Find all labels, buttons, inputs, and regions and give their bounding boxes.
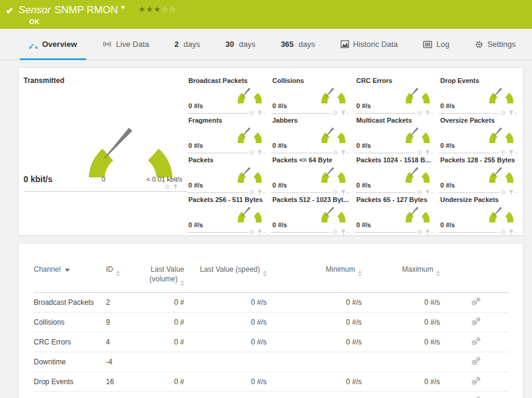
channel-edit-gears-icon[interactable] xyxy=(471,396,481,398)
channel-settings-gear-icon[interactable] xyxy=(249,110,255,116)
pin-icon[interactable] xyxy=(341,189,346,195)
channel-settings-gear-icon[interactable] xyxy=(332,150,338,156)
gear-icon xyxy=(475,40,483,49)
channel-gauge-cell[interactable]: Collisions 0 #/s xyxy=(271,74,350,114)
channel-gauge-cell[interactable]: Packets 256 - 511 Bytes 0 #/s xyxy=(187,193,265,233)
priority-stars[interactable]: ★★★☆☆ xyxy=(138,5,176,14)
channel-settings-gear-icon[interactable] xyxy=(249,150,255,156)
channel-gauge-cell[interactable]: Multicast Packets 0 #/s xyxy=(355,114,433,153)
channel-gauge-cell[interactable]: Jabbers 0 #/s xyxy=(271,114,350,153)
channel-gauge-value: 0 #/s xyxy=(273,182,287,189)
channel-edit-gears-icon[interactable] xyxy=(471,357,481,366)
channel-gauge-title: Drop Events xyxy=(441,77,480,84)
channel-settings-gear-icon[interactable] xyxy=(332,110,338,116)
channel-settings-gear-icon[interactable] xyxy=(164,184,170,190)
channel-settings-gear-icon[interactable] xyxy=(332,229,338,235)
cell-last-value-speed: 0 #/s xyxy=(187,292,270,312)
sort-icon xyxy=(263,271,267,277)
channel-gauge-value: 0 #/s xyxy=(188,221,203,228)
column-header-id[interactable]: ID xyxy=(106,262,139,292)
channel-settings-gear-icon[interactable] xyxy=(500,189,506,195)
sort-desc-icon xyxy=(65,269,70,272)
cell-last-value-speed: 0 #/s xyxy=(187,372,270,391)
channel-edit-gears-icon[interactable] xyxy=(471,337,481,346)
channel-gauge-cell[interactable]: Packets 0 #/s xyxy=(187,153,265,193)
channel-settings-gear-icon[interactable] xyxy=(249,189,255,195)
cell-maximum: 0 #/s xyxy=(365,372,443,391)
transmitted-gauge-cell[interactable]: Transmitted 0 kbit/s 0 < 0.01 kbit/s xyxy=(23,74,187,192)
tab-365-days[interactable]: 365days xyxy=(268,29,327,60)
tab-2-days[interactable]: 2days xyxy=(162,29,213,60)
cell-last-value-speed: 0 #/s xyxy=(187,391,270,398)
pin-icon[interactable] xyxy=(341,150,346,156)
channel-gauge-cell[interactable]: Fragments 0 #/s xyxy=(187,114,265,153)
tab-30-days[interactable]: 30days xyxy=(212,29,268,60)
table-row: CRC Errors 4 0 # 0 #/s 0 #/s 0 #/s xyxy=(34,332,509,352)
pin-icon[interactable] xyxy=(173,184,178,190)
gauge-title: Transmitted xyxy=(23,76,64,85)
tab-live-data[interactable]: Live Data xyxy=(90,29,162,60)
pin-icon[interactable] xyxy=(257,110,262,116)
page-title: Sensor SNMP RMON ⚑ ★★★☆☆ xyxy=(19,4,177,16)
channel-gauge-cell[interactable]: Packets 512 - 1023 Byt... 0 #/s xyxy=(271,193,350,233)
channel-settings-gear-icon[interactable] xyxy=(416,229,422,235)
channel-gauge-title: Fragments xyxy=(188,117,222,124)
channel-gauge-cell[interactable]: Undersize Packets 0 #/s xyxy=(439,193,518,233)
cell-last-value-volume: 0 # xyxy=(139,372,187,391)
cell-minimum: 0 #/s xyxy=(270,312,365,332)
channel-settings-gear-icon[interactable] xyxy=(416,189,422,195)
column-header-maximum[interactable]: Maximum xyxy=(365,262,443,292)
flag-icon[interactable]: ⚑ xyxy=(120,5,125,11)
column-header-channel[interactable]: Channel xyxy=(34,262,106,292)
pin-icon[interactable] xyxy=(425,189,430,195)
channel-gauge xyxy=(319,76,348,103)
channel-settings-gear-icon[interactable] xyxy=(416,110,422,116)
pin-icon[interactable] xyxy=(509,189,514,195)
channel-gauge-cell[interactable]: Oversize Packets 0 #/s xyxy=(439,114,518,153)
pin-icon[interactable] xyxy=(425,150,430,156)
channel-settings-gear-icon[interactable] xyxy=(416,150,422,156)
channel-edit-gears-icon[interactable] xyxy=(471,297,481,306)
channel-settings-gear-icon[interactable] xyxy=(332,189,338,195)
pin-icon[interactable] xyxy=(257,189,262,195)
pin-icon[interactable] xyxy=(341,110,346,116)
pin-icon[interactable] xyxy=(257,229,262,235)
channel-gauge-cell[interactable]: Packets 65 - 127 Bytes 0 #/s xyxy=(355,193,433,233)
pin-icon[interactable] xyxy=(425,110,430,116)
pin-icon[interactable] xyxy=(509,229,514,235)
column-header-minimum[interactable]: Minimum xyxy=(270,262,365,292)
pin-icon[interactable] xyxy=(509,150,514,156)
tab-log[interactable]: Log xyxy=(410,29,462,60)
pin-icon[interactable] xyxy=(341,229,346,235)
channel-settings-gear-icon[interactable] xyxy=(249,229,255,235)
channel-edit-gears-icon[interactable] xyxy=(471,317,481,326)
channel-gauge-value: 0 #/s xyxy=(188,102,203,109)
channel-gauge-cell[interactable]: Drop Events 0 #/s xyxy=(439,74,518,114)
channel-gauge-value: 0 #/s xyxy=(188,142,203,149)
channels-table-panel: Channel ID Last Value (volume) Last Valu… xyxy=(18,243,524,398)
channel-gauge-cell[interactable]: Packets <= 64 Byte 0 #/s xyxy=(271,153,350,193)
channel-settings-gear-icon[interactable] xyxy=(500,150,506,156)
channel-settings-gear-icon[interactable] xyxy=(500,229,506,235)
channel-gauge xyxy=(235,156,264,183)
channel-settings-gear-icon[interactable] xyxy=(500,110,506,116)
column-header-last-value-volume[interactable]: Last Value (volume) xyxy=(139,262,187,292)
pin-icon[interactable] xyxy=(425,229,430,235)
channel-gauge-cell[interactable]: CRC Errors 0 #/s xyxy=(355,74,433,114)
sort-icon xyxy=(181,280,184,286)
channel-edit-gears-icon[interactable] xyxy=(471,376,481,385)
column-header-last-value-speed[interactable]: Last Value (speed) xyxy=(187,262,270,292)
channel-gauge-cell[interactable]: Packets 1024 - 1518 B... 0 #/s xyxy=(355,153,433,193)
tab-historic-data[interactable]: Historic Data xyxy=(328,29,410,60)
pin-icon[interactable] xyxy=(257,150,262,156)
tab-overview[interactable]: Overview xyxy=(16,29,90,60)
transmitted-gauge xyxy=(84,84,178,177)
gauge-scale-min: 0 xyxy=(102,176,105,183)
channel-gauge xyxy=(487,195,516,222)
gauges-panel: Transmitted 0 kbit/s 0 < 0.01 kbit/s B xyxy=(18,67,524,236)
tab-settings[interactable]: Settings xyxy=(462,29,528,60)
pin-icon[interactable] xyxy=(509,110,514,116)
channel-gauge-cell[interactable]: Packets 128 - 255 Bytes 0 #/s xyxy=(439,153,518,193)
channel-gauge-cell[interactable]: Broadcast Packets 0 #/s xyxy=(187,74,265,114)
sensor-type-label: Sensor xyxy=(19,4,51,16)
